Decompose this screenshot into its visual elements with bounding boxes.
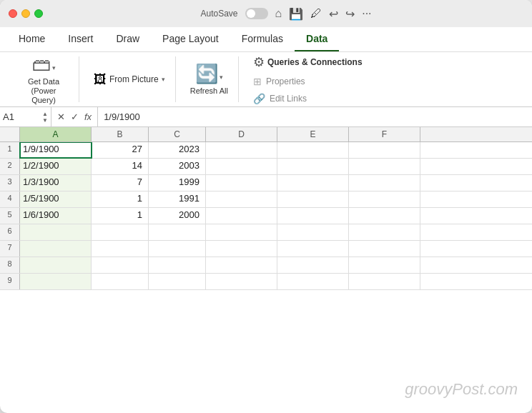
cell-a6[interactable] [20,224,92,240]
properties-label: Properties [266,76,305,86]
cell-b5[interactable]: 1 [92,208,149,224]
cell-f1[interactable] [349,142,420,158]
col-header-a[interactable]: A [20,127,92,141]
tab-page-layout[interactable]: Page Layout [151,27,230,51]
cell-b6[interactable] [92,224,149,240]
cell-f4[interactable] [349,191,420,207]
cell-f2[interactable] [349,159,420,174]
database-icon: 🗃 [32,54,51,76]
col-header-d[interactable]: D [206,127,277,141]
save-icon[interactable]: 💾 [289,7,303,21]
col-header-b[interactable]: B [92,127,149,141]
cell-a8[interactable] [20,257,92,273]
cell-e3[interactable] [277,175,349,191]
from-picture-button[interactable]: 🖼 From Picture ▾ [89,70,169,89]
row-number: 3 [0,175,20,191]
cell-d4[interactable] [206,191,277,207]
undo-icon[interactable]: ↩ [329,7,338,21]
cell-c6[interactable] [149,224,206,240]
cell-b8[interactable] [92,257,149,273]
col-header-e[interactable]: E [277,127,349,141]
cell-d9[interactable] [206,274,277,289]
spreadsheet-body[interactable]: 11/9/190027202321/2/190014200331/3/19007… [0,142,532,413]
refresh-all-button[interactable]: 🔄 ▾ Refresh All [186,60,232,99]
cell-c4[interactable]: 1991 [149,191,206,207]
cell-f5[interactable] [349,208,420,224]
redo-icon[interactable]: ↪ [345,7,355,21]
cell-a7[interactable] [20,241,92,257]
cell-e7[interactable] [277,241,349,257]
cell-c1[interactable]: 2023 [149,142,206,158]
cell-c2[interactable]: 2003 [149,159,206,174]
tab-home[interactable]: Home [7,27,56,51]
cell-b1[interactable]: 27 [92,142,149,158]
table-row: 51/6/190012000 [0,208,532,224]
cell-e2[interactable] [277,159,349,174]
cell-reference-box[interactable]: A1 ▲ ▼ [0,107,51,126]
edit-links-button[interactable]: 🔗 Edit Links [249,91,367,106]
cell-e5[interactable] [277,208,349,224]
minimize-button[interactable] [21,9,30,18]
cell-a4[interactable]: 1/5/1900 [20,191,92,207]
cell-f9[interactable] [349,274,420,289]
row-header-corner [0,127,20,141]
cell-a5[interactable]: 1/6/1900 [20,208,92,224]
queries-connections-button[interactable]: ⚙ Queries & Connections [249,52,367,72]
tab-insert[interactable]: Insert [56,27,104,51]
cell-b7[interactable] [92,241,149,257]
cell-f3[interactable] [349,175,420,191]
cell-e8[interactable] [277,257,349,273]
properties-button[interactable]: ⊞ Properties [249,74,367,89]
tab-data[interactable]: Data [295,27,339,51]
close-button[interactable] [9,9,17,18]
cell-d3[interactable] [206,175,277,191]
cell-f7[interactable] [349,241,420,257]
cell-d6[interactable] [206,224,277,240]
cell-e6[interactable] [277,224,349,240]
home-icon[interactable]: ⌂ [275,7,282,20]
cell-f6[interactable] [349,224,420,240]
formula-input[interactable]: 1/9/1900 [98,111,532,122]
edit-icon[interactable]: 🖊 [310,7,322,20]
cell-c7[interactable] [149,241,206,257]
cell-a3[interactable]: 1/3/1900 [20,175,92,191]
col-header-c[interactable]: C [149,127,206,141]
cell-c5[interactable]: 2000 [149,208,206,224]
fx-label[interactable]: fx [84,111,92,122]
cell-e4[interactable] [277,191,349,207]
cell-c3[interactable]: 1999 [149,175,206,191]
cell-b9[interactable] [92,274,149,289]
more-icon[interactable]: ··· [362,7,371,20]
row-number: 6 [0,224,20,240]
get-data-button[interactable]: 🗃 ▾ Get Data (Power Query) [14,51,73,109]
confirm-formula-icon[interactable]: ✓ [71,111,79,122]
edit-links-label: Edit Links [270,94,307,104]
cancel-formula-icon[interactable]: ✕ [57,111,65,122]
tab-draw[interactable]: Draw [104,27,151,51]
cell-d5[interactable] [206,208,277,224]
cell-d7[interactable] [206,241,277,257]
cell-c8[interactable] [149,257,206,273]
cell-c9[interactable] [149,274,206,289]
tab-formulas[interactable]: Formulas [230,27,295,51]
cell-b4[interactable]: 1 [92,191,149,207]
table-row: 8 [0,257,532,274]
cell-a2[interactable]: 1/2/1900 [20,159,92,174]
refresh-icon: 🔄 [195,63,218,85]
get-data-group: 🗃 ▾ Get Data (Power Query) [9,56,79,102]
cell-d2[interactable] [206,159,277,174]
autosave-toggle[interactable] [245,8,268,19]
cell-f8[interactable] [349,257,420,273]
dropdown-arrow-get-data: ▾ [52,64,56,71]
cell-b3[interactable]: 7 [92,175,149,191]
cell-d8[interactable] [206,257,277,273]
cell-b2[interactable]: 14 [92,159,149,174]
cell-e9[interactable] [277,274,349,289]
col-header-f[interactable]: F [349,127,420,141]
cell-e1[interactable] [277,142,349,158]
cell-d1[interactable] [206,142,277,158]
maximize-button[interactable] [34,9,43,18]
cell-a1[interactable]: 1/9/1900 [20,142,92,158]
cell-a9[interactable] [20,274,92,289]
cell-ref-arrows[interactable]: ▲ ▼ [42,111,48,124]
